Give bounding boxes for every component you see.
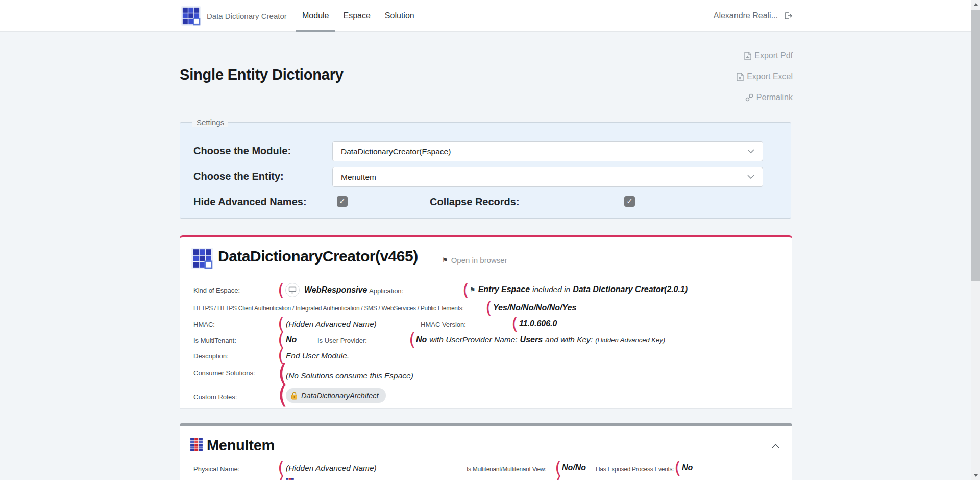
accent-paren: ( — [555, 477, 561, 480]
entity-multitenant-label: Is Multitenant/Multitenant View: — [467, 466, 546, 473]
custom-role-badge: DataDictionaryArchitect — [286, 388, 386, 403]
entity-title: MenuItem — [207, 437, 275, 454]
collapse-records-checkbox[interactable]: ✓ — [624, 196, 635, 207]
open-in-browser-label: Open in browser — [451, 256, 507, 265]
scrollbar-thumb[interactable] — [971, 10, 980, 281]
choose-module-label: Choose the Module: — [193, 145, 291, 157]
app-brand[interactable]: Data Dictionary Creator — [181, 0, 287, 32]
entity-multitenant-value: No/No — [562, 463, 586, 472]
page-title: Single Entity Dictionary — [180, 66, 344, 83]
https-flags-label: HTTPS / HTTPS Client Authentication / In… — [193, 305, 463, 312]
application-value-connector: included in — [532, 285, 570, 294]
pdf-file-icon — [744, 52, 751, 60]
tab-solution[interactable]: Solution — [378, 0, 422, 32]
kind-of-espace-value: WebResponsive — [304, 285, 367, 295]
exposed-process-events-label: Has Exposed Process Events: — [596, 466, 674, 473]
is-user-provider-label: Is User Provider: — [317, 337, 367, 344]
hmac-version-label: HMAC Version: — [421, 321, 466, 328]
user-provider-key: (Hidden Advanced Key) — [595, 336, 665, 344]
hide-advanced-names-checkbox[interactable]: ✓ — [337, 196, 348, 207]
module-title: DataDictionaryCreator(v465) — [218, 248, 418, 265]
lock-icon — [291, 392, 298, 400]
logout-icon[interactable] — [783, 11, 793, 20]
entity-details-card: MenuItem Physical Name: ( (Hidden Advanc… — [180, 423, 792, 480]
choose-entity-label: Choose the Entity: — [193, 171, 284, 182]
permalink-link[interactable]: Permalink — [745, 93, 793, 102]
entity-select-value: MenuItem — [341, 173, 376, 182]
consumer-solutions-label: Consumer Solutions: — [193, 369, 255, 377]
vertical-scrollbar[interactable] — [971, 0, 980, 480]
user-provider-text-1: with UserProvider Name: — [429, 335, 517, 344]
export-pdf-label: Export Pdf — [754, 51, 793, 60]
physical-name-label: Physical Name: — [193, 465, 239, 473]
application-value: ⚑ Entry Espace included in Data Dictiona… — [470, 285, 688, 294]
application-value-name: Data Dictionary Creator(2.0.1) — [573, 285, 688, 294]
accent-paren: ( — [409, 333, 415, 346]
user-menu[interactable]: Alexandre Reali... — [714, 0, 793, 32]
kind-of-espace-label: Kind of Espace: — [193, 286, 240, 294]
accent-paren: ( — [485, 301, 492, 315]
accent-paren: ( — [278, 477, 284, 480]
consumer-solutions-value: (No Solutions consume this Espace) — [286, 371, 413, 380]
hide-advanced-names-label: Hide Advanced Names: — [193, 196, 307, 208]
module-select-value: DataDictionaryCreator(Espace) — [341, 147, 451, 156]
custom-role-name: DataDictionaryArchitect — [301, 392, 379, 400]
tab-solution-label: Solution — [385, 11, 414, 20]
application-label: Application: — [369, 287, 403, 295]
description-label: Description: — [193, 352, 229, 360]
check-icon: ✓ — [339, 198, 346, 205]
check-icon: ✓ — [626, 198, 633, 205]
settings-legend: Settings — [192, 118, 228, 127]
module-select[interactable]: DataDictionaryCreator(Espace) — [332, 141, 763, 161]
tab-module-label: Module — [302, 11, 329, 20]
entity-icon — [190, 438, 203, 451]
accent-paren: ( — [278, 317, 284, 330]
user-provider-text-2: and with Key: — [545, 335, 593, 344]
application-value-kind: Entry Espace — [478, 285, 530, 294]
user-name: Alexandre Reali... — [714, 11, 778, 20]
description-value: End User Module. — [286, 351, 349, 361]
entity-select[interactable]: MenuItem — [332, 167, 763, 187]
user-provider-flag: No — [416, 335, 427, 344]
scroll-down-arrow-icon — [974, 474, 978, 477]
app-logo-icon — [181, 6, 201, 26]
scroll-down-button[interactable] — [971, 471, 980, 480]
is-multitenant-label: Is MultiTenant: — [193, 337, 236, 344]
export-excel-link[interactable]: Export Excel — [737, 72, 793, 81]
chevron-up-icon — [772, 444, 779, 448]
top-navigation-bar: Data Dictionary Creator Module Espace So… — [0, 0, 971, 32]
chevron-down-icon — [747, 149, 754, 154]
accent-paren: ( — [462, 283, 469, 297]
active-tab-underline — [296, 30, 335, 32]
hmac-value: (Hidden Advanced Name) — [286, 320, 377, 329]
module-details-card: DataDictionaryCreator(v465) ⚑ Open in br… — [180, 235, 792, 409]
open-in-browser-link[interactable]: ⚑ Open in browser — [442, 256, 507, 265]
user-provider-name: Users — [520, 335, 543, 344]
is-multitenant-value: No — [286, 335, 297, 344]
export-pdf-link[interactable]: Export Pdf — [744, 51, 793, 60]
accent-paren: ( — [278, 333, 284, 346]
permalink-label: Permalink — [756, 93, 793, 102]
tab-module[interactable]: Module — [295, 0, 336, 32]
custom-roles-label: Custom Roles: — [193, 393, 237, 401]
link-icon — [745, 93, 753, 102]
is-user-provider-value: No with UserProvider Name: Users and wit… — [416, 335, 665, 344]
main-navigation: Module Espace Solution — [295, 0, 422, 32]
accent-paren: ( — [278, 283, 284, 297]
excel-file-icon — [737, 73, 744, 81]
https-flags-value: Yes/No/No/No/No/Yes — [493, 303, 576, 313]
scroll-up-arrow-icon — [974, 3, 978, 6]
tab-espace-label: Espace — [343, 11, 370, 20]
collapse-section-button[interactable] — [772, 441, 779, 450]
app-window: Data Dictionary Creator Module Espace So… — [0, 0, 980, 480]
settings-panel: Settings Choose the Module: DataDictiona… — [180, 122, 791, 219]
exposed-process-events-value: No — [682, 463, 693, 472]
hmac-label: HMAC: — [193, 321, 215, 328]
accent-paren: ( — [511, 317, 518, 330]
monitor-icon — [285, 283, 300, 297]
collapse-records-label: Collapse Records: — [430, 196, 520, 208]
chevron-down-icon — [747, 175, 754, 179]
physical-name-value: (Hidden Advanced Name) — [286, 464, 377, 473]
scroll-up-button[interactable] — [971, 0, 980, 9]
tab-espace[interactable]: Espace — [336, 0, 377, 32]
